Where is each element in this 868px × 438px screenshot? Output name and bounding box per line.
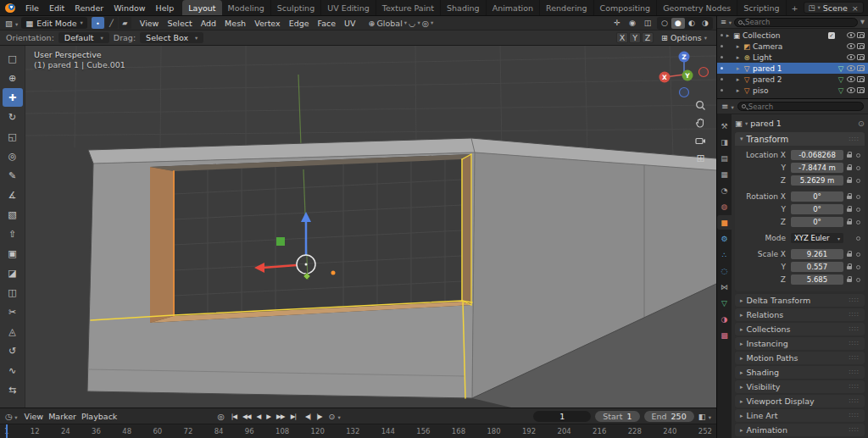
outliner-row[interactable]: ▸ ▽ piso ▽ bbox=[717, 85, 868, 96]
workspace-tab[interactable]: Compositing bbox=[594, 0, 658, 15]
workspace-tab[interactable]: UV Editing bbox=[321, 0, 376, 15]
properties-tab[interactable]: ⚒ bbox=[717, 119, 732, 133]
tool-button[interactable]: ∡ bbox=[3, 186, 23, 204]
tool-button[interactable]: ∿ bbox=[3, 361, 23, 380]
disable-in-render-icon[interactable] bbox=[857, 87, 865, 93]
disable-in-render-icon[interactable] bbox=[857, 54, 865, 60]
properties-tab[interactable]: ■ bbox=[717, 215, 732, 230]
animate-dot[interactable] bbox=[856, 166, 860, 170]
viewport-menu-item[interactable]: Edge bbox=[285, 19, 314, 28]
pin-icon[interactable]: ⊙ bbox=[858, 119, 865, 128]
properties-tab[interactable]: ◨ bbox=[717, 135, 732, 149]
properties-tab[interactable]: ⋈ bbox=[717, 280, 732, 294]
viewport-menu-item[interactable]: Face bbox=[314, 19, 340, 28]
value-field[interactable]: 5.685 ▾ bbox=[791, 274, 843, 285]
panel-section[interactable]: ▸ Line Art ∷∷ bbox=[735, 409, 865, 422]
toggle-ortho-icon[interactable]: ⊞ bbox=[696, 153, 704, 164]
auto-key-button[interactable]: ◎ bbox=[217, 412, 224, 421]
value-field[interactable]: 0.557 ▾ bbox=[791, 262, 843, 272]
viewport-menu-item[interactable]: Vertex bbox=[250, 19, 285, 28]
mirror-axis-button[interactable]: Z bbox=[642, 32, 654, 43]
drag-grip-icon[interactable]: ∷∷ bbox=[849, 426, 860, 434]
drag-grip-icon[interactable]: ∷∷ bbox=[849, 369, 860, 376]
properties-search[interactable] bbox=[737, 102, 864, 111]
disclosure-icon[interactable]: ▸ bbox=[725, 32, 731, 39]
lock-icon[interactable] bbox=[843, 277, 854, 282]
tool-button[interactable]: ↺ bbox=[3, 341, 23, 360]
tool-button[interactable]: ↻ bbox=[3, 108, 23, 126]
tool-button[interactable]: ◫ bbox=[3, 283, 23, 302]
animate-dot[interactable] bbox=[856, 208, 860, 212]
axis-neg-z[interactable] bbox=[680, 88, 689, 97]
animate-dot[interactable] bbox=[856, 195, 860, 199]
drag-grip-icon[interactable]: ∷∷ bbox=[849, 136, 860, 143]
outliner-editor-icon[interactable]: ≡ ▾ bbox=[721, 18, 732, 26]
properties-editor-icon[interactable]: ≡ ▾ bbox=[721, 102, 734, 111]
playhead[interactable] bbox=[6, 424, 8, 438]
value-field[interactable]: 0° ▾ bbox=[791, 204, 843, 214]
workspace-tab[interactable]: Modeling bbox=[222, 0, 271, 15]
transport-button[interactable]: ▶ bbox=[264, 412, 273, 421]
value-field[interactable]: XYZ Euler ▾ bbox=[791, 233, 843, 243]
drag-grip-icon[interactable]: ∷∷ bbox=[849, 340, 860, 347]
panel-section[interactable]: ▸ Animation ∷∷ bbox=[735, 424, 865, 436]
3d-viewport[interactable]: User Perspective (1) pared 1 | Cube.001 … bbox=[25, 46, 716, 408]
properties-tab[interactable]: ◔ bbox=[717, 183, 732, 197]
drag-setting-dropdown[interactable]: Select Box ▾ bbox=[140, 32, 203, 43]
animate-dot[interactable] bbox=[856, 252, 860, 257]
animate-dot[interactable] bbox=[856, 265, 860, 269]
outliner-search-input[interactable] bbox=[745, 18, 854, 26]
editor-type-icon[interactable]: ▧ ▾ bbox=[3, 19, 19, 28]
properties-tab[interactable]: ▤ bbox=[717, 151, 732, 165]
navigation-gizmo[interactable]: Z X Y bbox=[659, 49, 709, 100]
outliner-search[interactable] bbox=[734, 18, 858, 27]
tool-button[interactable]: □ bbox=[3, 49, 23, 68]
workspace-tab[interactable]: Rendering bbox=[540, 0, 594, 15]
properties-tab[interactable]: ▦ bbox=[717, 167, 732, 181]
shading-mode-button[interactable]: ● bbox=[671, 18, 685, 29]
panel-section[interactable]: ▸ Viewport Display ∷∷ bbox=[735, 395, 865, 408]
viewport-menu-item[interactable]: UV bbox=[340, 19, 359, 28]
disclosure-icon[interactable]: ▸ bbox=[735, 87, 741, 94]
transport-button[interactable]: ◀◀ bbox=[240, 412, 253, 421]
collection-checkbox[interactable]: ✓ bbox=[828, 32, 835, 39]
viewport-menu-item[interactable]: Mesh bbox=[220, 19, 250, 28]
animate-dot[interactable] bbox=[856, 278, 860, 282]
disclosure-icon[interactable]: ▸ bbox=[735, 43, 741, 50]
value-field[interactable]: -7.8474 m ▾ bbox=[791, 163, 843, 173]
hide-in-viewport-icon[interactable] bbox=[847, 76, 855, 82]
gizmo-plane-handle[interactable] bbox=[276, 237, 285, 246]
drag-grip-icon[interactable]: ∷∷ bbox=[849, 383, 860, 391]
value-field[interactable]: 5.2629 m ▾ bbox=[791, 175, 843, 186]
value-field[interactable]: -0.068268 ▾ bbox=[791, 150, 843, 160]
properties-search-input[interactable] bbox=[748, 103, 860, 111]
mirror-axis-button[interactable]: X bbox=[616, 32, 628, 43]
playback-sync-button[interactable]: ◧ ▾ bbox=[698, 412, 711, 421]
disable-in-render-icon[interactable] bbox=[857, 65, 865, 71]
hide-in-viewport-icon[interactable] bbox=[847, 65, 855, 71]
transport-button[interactable]: ▶▶ bbox=[274, 412, 287, 421]
drag-grip-icon[interactable]: ∷∷ bbox=[849, 311, 860, 319]
animate-dot[interactable] bbox=[856, 236, 860, 241]
timeline-menu-item[interactable]: Marker bbox=[46, 412, 79, 421]
shading-mode-button[interactable]: ○ bbox=[658, 18, 671, 29]
drag-grip-icon[interactable]: ∷∷ bbox=[849, 354, 860, 362]
mirror-axis-button[interactable]: Y bbox=[629, 32, 641, 43]
scene-selector[interactable]: ◳ ▾ Scene × bbox=[804, 2, 864, 14]
keying-set-button[interactable]: ⊙ ▾ bbox=[329, 412, 341, 421]
orientation-setting-dropdown[interactable]: Default ▾ bbox=[58, 32, 109, 43]
tool-button[interactable]: ▧ bbox=[3, 205, 23, 224]
panel-section[interactable]: ▸ Shading ∷∷ bbox=[735, 366, 865, 379]
workspace-tab[interactable]: Scripting bbox=[737, 0, 786, 15]
viewport-menu-item[interactable]: Select bbox=[163, 19, 196, 28]
menu-item[interactable]: Window bbox=[108, 0, 150, 15]
options-dropdown[interactable]: ⊞ Options ▾ bbox=[661, 33, 707, 42]
panel-section[interactable]: ▸ Delta Transform ∷∷ bbox=[735, 294, 865, 307]
hide-in-viewport-icon[interactable] bbox=[847, 43, 855, 49]
drag-grip-icon[interactable]: ∷∷ bbox=[849, 412, 860, 419]
select-mode-button[interactable]: ╱ bbox=[105, 17, 118, 29]
menu-item[interactable]: Render bbox=[70, 0, 108, 15]
viewport-menu-item[interactable]: Add bbox=[197, 19, 220, 28]
current-frame-field[interactable]: 1 bbox=[533, 411, 591, 422]
workspace-tab[interactable]: Layout bbox=[182, 0, 221, 15]
